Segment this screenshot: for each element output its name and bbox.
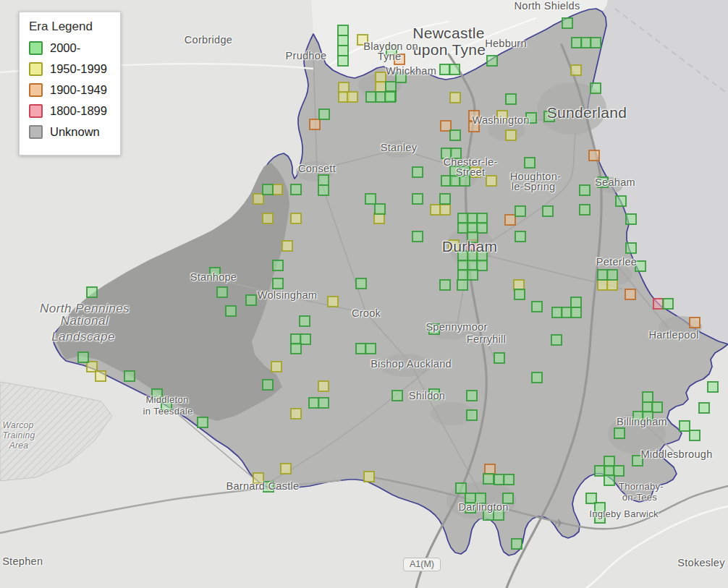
- era-square-2000[interactable]: [494, 474, 504, 485]
- era-square-2000[interactable]: [467, 232, 478, 242]
- era-square-1950[interactable]: [96, 371, 106, 381]
- era-square-2000[interactable]: [643, 412, 653, 422]
- era-square-2000[interactable]: [483, 474, 494, 484]
- era-square-2000[interactable]: [309, 398, 319, 408]
- era-square-1950[interactable]: [253, 194, 263, 204]
- era-square-1900[interactable]: [589, 150, 599, 161]
- era-square-2000[interactable]: [356, 344, 366, 354]
- era-square-2000[interactable]: [412, 231, 423, 242]
- era-square-2000[interactable]: [586, 493, 596, 503]
- era-square-1950[interactable]: [328, 297, 338, 307]
- era-square-2000[interactable]: [386, 46, 397, 56]
- era-square-2000[interactable]: [604, 466, 614, 476]
- era-square-2000[interactable]: [571, 307, 581, 318]
- era-square-1950[interactable]: [347, 92, 357, 102]
- era-square-2000[interactable]: [273, 260, 283, 270]
- era-square-2000[interactable]: [626, 214, 636, 224]
- era-square-2000[interactable]: [198, 417, 208, 427]
- era-square-2000[interactable]: [386, 82, 396, 92]
- era-square-1950[interactable]: [281, 464, 291, 474]
- era-square-2000[interactable]: [544, 111, 554, 122]
- era-square-1950[interactable]: [272, 184, 282, 195]
- era-square-1950[interactable]: [291, 213, 301, 223]
- era-square-2000[interactable]: [440, 194, 450, 204]
- era-square-2000[interactable]: [263, 380, 273, 390]
- era-square-1950[interactable]: [607, 280, 617, 290]
- era-square-2000[interactable]: [652, 402, 662, 412]
- era-square-2000[interactable]: [591, 83, 601, 93]
- era-square-2000[interactable]: [633, 412, 643, 422]
- era-square-1950[interactable]: [253, 473, 263, 483]
- era-square-2000[interactable]: [598, 177, 608, 187]
- era-square-1900[interactable]: [469, 111, 479, 121]
- era-square-2000[interactable]: [643, 392, 653, 402]
- era-square-2000[interactable]: [450, 166, 460, 176]
- era-square-2000[interactable]: [441, 148, 452, 158]
- era-square-2000[interactable]: [273, 278, 283, 289]
- era-square-2000[interactable]: [291, 334, 301, 344]
- era-square-2000[interactable]: [365, 194, 376, 204]
- era-square-2000[interactable]: [458, 251, 468, 261]
- era-square-2000[interactable]: [460, 166, 470, 176]
- era-square-2000[interactable]: [161, 400, 172, 410]
- era-square-2000[interactable]: [643, 402, 653, 412]
- era-square-2000[interactable]: [429, 324, 439, 334]
- era-square-2000[interactable]: [494, 510, 504, 520]
- era-square-2000[interactable]: [376, 92, 386, 102]
- era-square-1950[interactable]: [263, 213, 273, 223]
- era-square-2000[interactable]: [467, 270, 478, 280]
- era-square-2000[interactable]: [467, 251, 478, 261]
- era-square-2000[interactable]: [604, 475, 614, 485]
- era-square-2000[interactable]: [604, 456, 614, 466]
- era-square-2000[interactable]: [616, 196, 626, 206]
- era-square-1950[interactable]: [506, 130, 516, 140]
- era-square-2000[interactable]: [456, 483, 466, 493]
- era-square-2000[interactable]: [504, 474, 514, 485]
- era-square-2000[interactable]: [552, 307, 562, 318]
- era-square-2000[interactable]: [595, 466, 605, 476]
- era-square-2000[interactable]: [487, 56, 497, 66]
- era-square-1900[interactable]: [310, 119, 320, 129]
- era-square-2000[interactable]: [87, 287, 97, 297]
- era-square-2000[interactable]: [483, 510, 494, 520]
- era-square-1900[interactable]: [625, 289, 635, 299]
- era-square-1950[interactable]: [470, 167, 481, 177]
- era-square-2000[interactable]: [551, 335, 562, 345]
- era-square-2000[interactable]: [152, 389, 162, 399]
- era-square-2000[interactable]: [475, 493, 486, 503]
- era-square-2000[interactable]: [458, 270, 468, 280]
- era-square-2000[interactable]: [246, 295, 256, 305]
- era-square-2000[interactable]: [458, 223, 468, 233]
- era-square-2000[interactable]: [396, 72, 406, 82]
- era-square-1900[interactable]: [441, 121, 451, 131]
- era-square-2000[interactable]: [512, 539, 522, 549]
- era-square-2000[interactable]: [338, 56, 348, 66]
- era-square-2000[interactable]: [477, 213, 487, 223]
- era-square-1950[interactable]: [357, 35, 368, 45]
- era-square-2000[interactable]: [572, 38, 582, 48]
- era-square-1900[interactable]: [690, 318, 700, 328]
- era-square-2000[interactable]: [581, 38, 591, 48]
- era-square-1800[interactable]: [653, 299, 664, 309]
- era-square-2000[interactable]: [690, 430, 700, 440]
- era-square-2000[interactable]: [525, 158, 535, 168]
- era-square-2000[interactable]: [392, 391, 402, 401]
- era-square-2000[interactable]: [595, 503, 605, 513]
- era-square-2000[interactable]: [465, 503, 475, 513]
- era-square-2000[interactable]: [562, 307, 572, 318]
- era-square-2000[interactable]: [338, 35, 348, 46]
- era-square-2000[interactable]: [614, 466, 624, 476]
- era-square-2000[interactable]: [458, 213, 468, 223]
- era-square-1900[interactable]: [485, 464, 495, 474]
- era-square-2000[interactable]: [291, 184, 301, 195]
- era-square-2000[interactable]: [451, 148, 461, 158]
- era-square-1950[interactable]: [364, 472, 374, 482]
- era-square-2000[interactable]: [124, 371, 135, 381]
- era-square-1950[interactable]: [598, 280, 608, 290]
- era-square-1950[interactable]: [497, 111, 507, 121]
- era-square-2000[interactable]: [591, 38, 601, 48]
- era-square-2000[interactable]: [440, 64, 450, 74]
- era-square-2000[interactable]: [515, 231, 525, 242]
- era-square-2000[interactable]: [699, 403, 709, 413]
- era-square-2000[interactable]: [465, 493, 475, 503]
